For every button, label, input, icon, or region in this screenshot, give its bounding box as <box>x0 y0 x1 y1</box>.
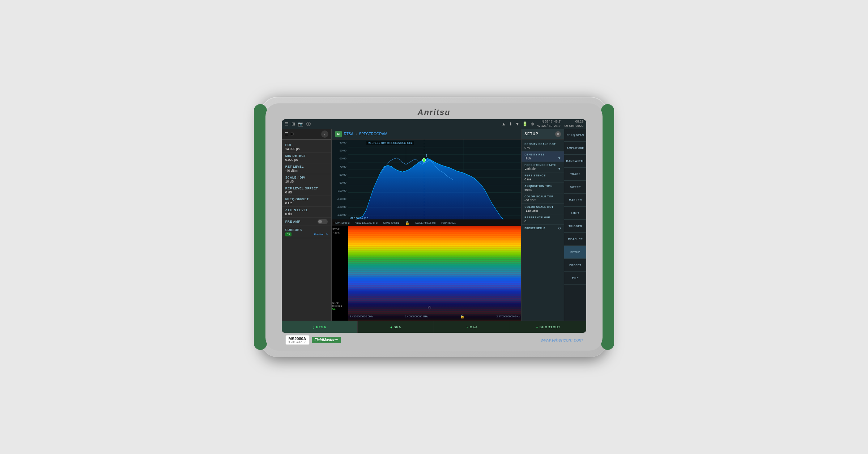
stop-label: STOP 7.16 s <box>332 228 340 234</box>
bottom-axis: 2.4300000000 GHz 2.4500000000 GHz 🔒 2.47… <box>348 313 522 321</box>
brand-logo: Anritsu <box>268 106 600 119</box>
info-icon[interactable]: ⓘ <box>306 121 311 127</box>
preset-setup-button[interactable]: PRESET SETUP ↺ <box>522 225 564 232</box>
fieldmaster-badge: FieldMaster™ <box>312 337 341 343</box>
breadcrumb-app[interactable]: RTSA <box>344 132 354 136</box>
cursor-position: Position: 0 <box>314 233 327 236</box>
spectrum-plot[interactable]: 1 M1 -70.31 dBm @ 2.439276449 GHz <box>348 140 522 226</box>
menu-limit[interactable]: LIMIT <box>564 207 586 220</box>
pre-amp-toggle[interactable] <box>318 219 328 224</box>
right-handle <box>601 104 614 350</box>
spectrum-area: -40.00 -50.00 -60.00 -70.00 -80.00 -90.0… <box>332 140 522 321</box>
grid-icon[interactable]: ⊞ <box>292 121 295 127</box>
breadcrumb-sep: › <box>356 132 357 136</box>
setup-color-scale-bot[interactable]: COLOR SCALE BOT -140 dBm <box>522 204 564 214</box>
cursor-diamond: ◇ <box>428 305 431 310</box>
waterfall-chart: STOP 7.16 s START 0.00 ms C1 <box>332 226 522 321</box>
param-ref-level-offset[interactable]: REF LEVEL OFFSET 0 dB <box>282 185 331 196</box>
persistence-state-dropdown-icon[interactable]: ▼ <box>557 167 561 171</box>
camera-icon[interactable]: 📷 <box>298 121 303 127</box>
time-info: 08:29 09 SEP 2022 <box>564 120 583 128</box>
param-poi[interactable]: POI 14.020 µs <box>282 142 331 153</box>
shortcut-icon: + <box>536 325 538 329</box>
apps-icon[interactable]: ⊞ <box>290 132 294 136</box>
marker-info: M1 -70.31 dBm @ 2.439276449 GHz <box>366 141 414 145</box>
setup-items-list: DENSITY SCALE BOT 0 % DENSITY RES High ▼ <box>522 140 564 321</box>
caa-icon: ~ <box>466 325 468 329</box>
left-panel: ☰ ⊞ ‹ POI 14.020 µs MIN <box>282 129 332 321</box>
cursor-c1-badge: C1 <box>285 232 292 236</box>
menu-marker[interactable]: MARKER <box>564 194 586 207</box>
setup-color-scale-top[interactable]: COLOR SCALE TOP -50 dBm <box>522 193 564 204</box>
left-panel-header: ☰ ⊞ ‹ <box>282 129 331 140</box>
upload-icon[interactable]: ⬆ <box>509 121 512 127</box>
menu-setup[interactable]: SETUP <box>564 246 586 259</box>
center-panel: M RTSA › SPECTROGRAM <box>332 129 522 321</box>
span-lock-icon[interactable]: 🔒 <box>405 221 409 225</box>
marker-bottom-info: M1 0.00 ms @ 0 <box>350 217 368 219</box>
back-button[interactable]: ‹ <box>321 130 328 138</box>
menu-amplitude[interactable]: AMPLITUDE <box>564 142 586 155</box>
spa-icon: ♦ <box>390 325 392 329</box>
param-pre-amp[interactable]: PRE AMP <box>282 218 331 226</box>
left-handle <box>254 104 267 350</box>
param-freq-offset[interactable]: FREQ OFFSET 0 Hz <box>282 196 331 207</box>
param-atten-level[interactable]: ATTEN LEVEL 0 dB <box>282 207 331 218</box>
setup-panel: SETUP ✕ DENSITY SCALE BOT 0 % DENSITY <box>521 129 564 321</box>
menu-freq-span[interactable]: FREQ SPAN <box>564 129 586 142</box>
param-list: POI 14.020 µs MIN DETECT 0.020 µs REF LE… <box>282 140 331 321</box>
bottom-tabs: ♪ RTSA ♦ SPA ~ CAA + SHORTCUT <box>282 321 587 333</box>
setup-close-button[interactable]: ✕ <box>555 131 561 137</box>
device-model-box: MS2080A 9 kHz to 6 GHz <box>285 335 310 345</box>
breadcrumb-page[interactable]: SPECTROGRAM <box>359 132 387 136</box>
menu-sweep[interactable]: SWEEP <box>564 181 586 194</box>
breadcrumb: M RTSA › SPECTROGRAM <box>332 129 522 140</box>
menu-icon[interactable]: ☰ <box>285 121 289 127</box>
gps-info: N 37° 8' 48.2" W 121° 39' 23.2" <box>537 120 561 128</box>
website-text: www.tehencom.com <box>541 337 583 343</box>
setup-persistence[interactable]: PERSISTENCE 0 ms <box>522 172 564 183</box>
tab-caa[interactable]: ~ CAA <box>434 321 510 333</box>
menu-preset[interactable]: PRESET <box>564 259 586 272</box>
battery-icon: 🔋 <box>522 121 528 127</box>
status-bar: ☰ ⊞ 📷 ⓘ ▲ ⬆ ▼ 🔋 ⊕ N 37° 8' 48.2" W 121° … <box>282 119 587 129</box>
rtsa-icon: ♪ <box>312 325 315 329</box>
param-min-detect[interactable]: MIN DETECT 0.020 µs <box>282 153 331 163</box>
gps-icon: ⊕ <box>531 121 534 127</box>
svg-text:1: 1 <box>426 154 427 158</box>
right-menu: FREQ SPAN AMPLITUDE BANDWIDTH TRACE SWEE <box>564 129 586 321</box>
tab-spa[interactable]: ♦ SPA <box>358 321 434 333</box>
device-bottom-bar: MS2080A 9 kHz to 6 GHz FieldMaster™ www.… <box>282 333 587 346</box>
freq-lock-icon[interactable]: 🔒 <box>460 314 464 318</box>
y-axis: -40.00 -50.00 -60.00 -70.00 -80.00 -90.0… <box>332 140 348 226</box>
param-ref-level[interactable]: REF LEVEL -40 dBm <box>282 163 331 174</box>
setup-density-scale-bot[interactable]: DENSITY SCALE BOT 0 % <box>522 141 564 151</box>
menu-bandwidth[interactable]: BANDWIDTH <box>564 155 586 168</box>
tab-shortcut[interactable]: + SHORTCUT <box>510 321 587 333</box>
spectrum-chart: -40.00 -50.00 -60.00 -70.00 -80.00 -90.0… <box>332 140 522 226</box>
menu-file[interactable]: FILE <box>564 272 586 285</box>
preset-refresh-icon: ↺ <box>558 226 561 230</box>
tab-rtsa[interactable]: ♪ RTSA <box>282 321 358 333</box>
setup-persistence-state[interactable]: PERSISTENCE STATE Variable ▼ <box>522 162 564 172</box>
param-scale-div[interactable]: SCALE / DIV 10 dB <box>282 174 331 185</box>
menu-measure[interactable]: MEASURE <box>564 233 586 246</box>
param-cursors[interactable]: CURSORS C1 Position: 0 <box>282 226 331 238</box>
app-logo: M <box>335 131 342 137</box>
setup-header: SETUP ✕ <box>522 129 564 140</box>
setup-reference-hue[interactable]: REFERENCE HUE 0 <box>522 214 564 225</box>
menu-trigger[interactable]: TRIGGER <box>564 220 586 233</box>
setup-density-res[interactable]: DENSITY RES High ▼ <box>522 151 564 162</box>
wifi-icon: ▼ <box>515 121 520 127</box>
hamburger-icon[interactable]: ☰ <box>285 132 288 136</box>
start-label: START 0.00 ms C1 <box>332 301 342 310</box>
setup-acquisition-time[interactable]: ACQUISITION TIME 50ms <box>522 183 564 193</box>
spectrum-info-bar: RBW 400 kHz VBW 133.3333 kHz SPAN 40 MHz… <box>332 219 522 226</box>
waterfall-heatmap: ◇ <box>348 226 522 321</box>
density-res-dropdown-icon[interactable]: ▼ <box>557 156 561 160</box>
alert-icon: ▲ <box>502 121 506 127</box>
menu-trace[interactable]: TRACE <box>564 168 586 181</box>
